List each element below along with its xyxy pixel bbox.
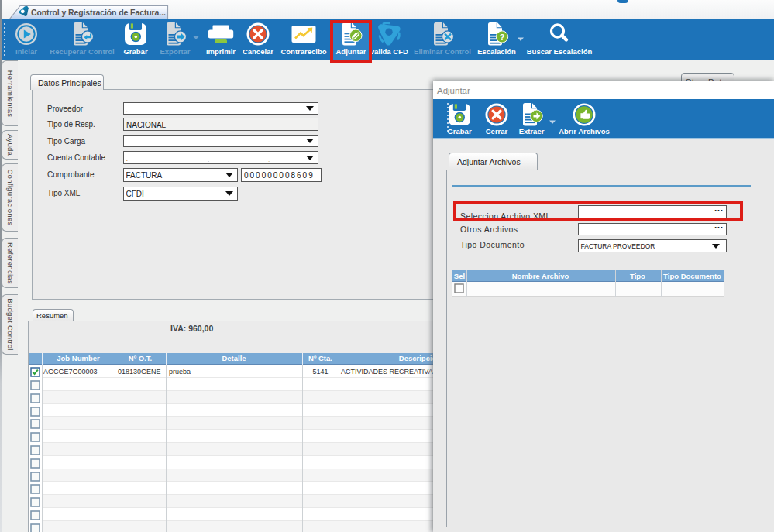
svg-text:?: ? <box>500 33 505 42</box>
